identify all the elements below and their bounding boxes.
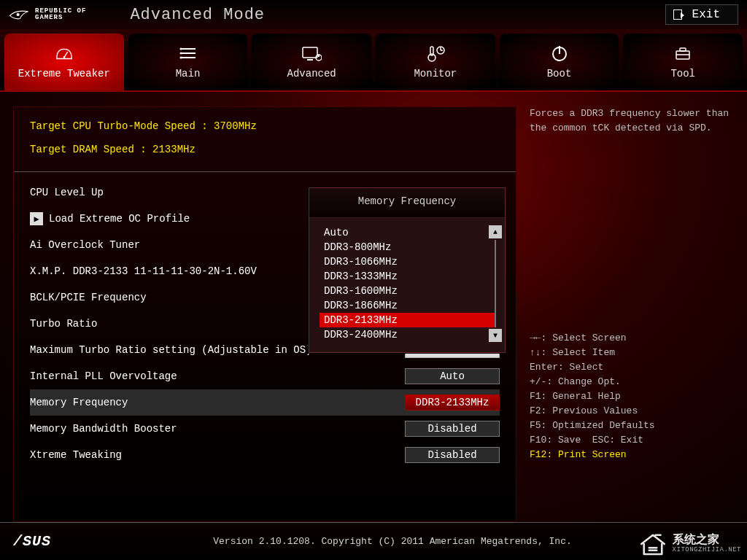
watermark-text: 系统之家 XITONGZHIJIA.NET	[673, 534, 741, 553]
popup-option[interactable]: DDR3-2133MHz	[320, 313, 495, 327]
monitor-icon	[425, 44, 446, 62]
setting-label: Memory Frequency	[30, 397, 405, 408]
asus-logo: /SUS	[13, 533, 51, 550]
popup-option[interactable]: DDR3-1600MHz	[320, 284, 495, 298]
brand-logo: REPUBLIC OF GAMERS	[9, 8, 86, 21]
target-dram-line: Target DRAM Speed : 2133MHz	[30, 144, 500, 155]
scroll-down-button[interactable]: ▼	[489, 329, 502, 342]
settings-panel: Target CPU Turbo-Mode Speed : 3700MHz Ta…	[13, 106, 516, 522]
footer-bar: /SUS Version 2.10.1208. Copyright (C) 20…	[0, 522, 747, 560]
help-key-line: →←: Select Screen	[530, 331, 734, 346]
popup-option[interactable]: DDR3-800MHz	[320, 240, 495, 254]
tab-advanced[interactable]: Advanced	[252, 34, 371, 90]
setting-value[interactable]: DDR3-2133MHz	[405, 394, 500, 411]
svg-point-0	[17, 13, 20, 16]
help-key-line: F1: General Help	[530, 389, 734, 404]
svg-point-8	[179, 57, 182, 59]
house-icon	[638, 531, 668, 557]
rog-eye-icon	[9, 8, 29, 21]
help-key-line: Enter: Select	[530, 360, 734, 375]
svg-point-2	[63, 56, 65, 58]
main-icon	[178, 44, 198, 62]
setting-label: Memory Bandwidth Booster	[30, 423, 405, 435]
setting-value[interactable]: Disabled	[405, 421, 500, 437]
svg-point-6	[179, 48, 182, 50]
help-desc-l2: the common tCK detected via SPD.	[530, 121, 734, 136]
setting-label: Internal PLL Overvoltage	[30, 370, 405, 382]
advanced-icon	[301, 44, 322, 62]
popup-title: Memory Frequency	[309, 188, 505, 218]
footer-text: Version 2.10.1208. Copyright (C) 2011 Am…	[213, 536, 571, 547]
content-area: Target CPU Turbo-Mode Speed : 3700MHz Ta…	[0, 92, 747, 522]
submenu-arrow-icon: ▶	[30, 212, 43, 225]
target-cpu-line: Target CPU Turbo-Mode Speed : 3700MHz	[30, 120, 500, 132]
brand-line2: GAMERS	[35, 15, 86, 21]
tab-label: Tool	[670, 68, 695, 79]
help-key-line: ↑↓: Select Item	[530, 346, 734, 360]
scroll-up-button[interactable]: ▲	[489, 225, 502, 238]
tab-bar: Extreme TweakerMainAdvancedMonitorBootTo…	[0, 29, 747, 92]
setting-row[interactable]: Xtreme TweakingDisabled	[30, 442, 500, 468]
mode-title: Advanced Mode	[130, 6, 265, 24]
tab-label: Boot	[547, 68, 572, 79]
watermark-en: XITONGZHIJIA.NET	[673, 546, 741, 553]
help-key-highlight: F12: Print Screen	[530, 448, 734, 462]
popup-option[interactable]: DDR3-1066MHz	[320, 254, 495, 269]
watermark-cn: 系统之家	[673, 534, 741, 546]
tab-main[interactable]: Main	[128, 34, 248, 90]
help-key-line: F5: Optimized Defaults	[530, 419, 734, 433]
setting-row[interactable]: Internal PLL OvervoltageAuto	[30, 363, 500, 389]
target-block: Target CPU Turbo-Mode Speed : 3700MHz Ta…	[14, 120, 516, 172]
setting-row[interactable]: Memory Bandwidth BoosterDisabled	[30, 416, 500, 442]
tab-label: Monitor	[414, 68, 457, 79]
extreme-tweaker-icon	[54, 44, 74, 62]
help-key-line: +/-: Change Opt.	[530, 375, 734, 389]
svg-rect-12	[318, 55, 320, 57]
help-key-line: F2: Previous Values	[530, 404, 734, 419]
setting-value[interactable]: Disabled	[405, 447, 500, 463]
setting-value[interactable]: Auto	[405, 368, 500, 384]
tab-tool[interactable]: Tool	[623, 34, 743, 90]
popup-option[interactable]: Auto	[320, 225, 495, 240]
exit-button[interactable]: Exit	[665, 4, 738, 25]
tab-label: Main	[176, 68, 201, 79]
svg-rect-19	[680, 48, 686, 51]
header-bar: REPUBLIC OF GAMERS Advanced Mode Exit	[0, 0, 747, 29]
tab-label: Extreme Tweaker	[18, 68, 110, 79]
help-description: Forces a DDR3 frequency slower than the …	[530, 106, 734, 325]
svg-point-7	[179, 52, 182, 55]
popup-list: ▲ ▼ AutoDDR3-800MHzDDR3-1066MHzDDR3-1333…	[309, 218, 505, 352]
help-panel: Forces a DDR3 frequency slower than the …	[530, 106, 734, 522]
tool-icon	[673, 44, 693, 62]
setting-label: Xtreme Tweaking	[30, 449, 405, 461]
help-keys: →←: Select Screen↑↓: Select ItemEnter: S…	[530, 331, 734, 462]
svg-rect-9	[303, 47, 317, 58]
tab-label: Advanced	[287, 68, 336, 79]
popup-option[interactable]: DDR3-1866MHz	[320, 298, 495, 313]
tab-extreme-tweaker[interactable]: Extreme Tweaker	[4, 34, 124, 90]
help-desc-l1: Forces a DDR3 frequency slower than	[530, 106, 734, 121]
svg-rect-10	[307, 59, 313, 61]
help-key-line: F10: Save ESC: Exit	[530, 433, 734, 448]
tab-monitor[interactable]: Monitor	[376, 34, 495, 90]
exit-icon	[673, 9, 682, 20]
boot-icon	[549, 44, 570, 62]
scroll-track	[495, 240, 496, 327]
popup-option[interactable]: DDR3-1333MHz	[320, 269, 495, 284]
popup-option[interactable]: DDR3-2400MHz	[320, 327, 495, 342]
watermark: 系统之家 XITONGZHIJIA.NET	[638, 531, 741, 557]
memory-frequency-popup: Memory Frequency ▲ ▼ AutoDDR3-800MHzDDR3…	[309, 187, 506, 353]
setting-row[interactable]: Memory FrequencyDDR3-2133MHz	[30, 389, 500, 416]
tab-boot[interactable]: Boot	[500, 34, 619, 90]
exit-label: Exit	[692, 8, 720, 21]
